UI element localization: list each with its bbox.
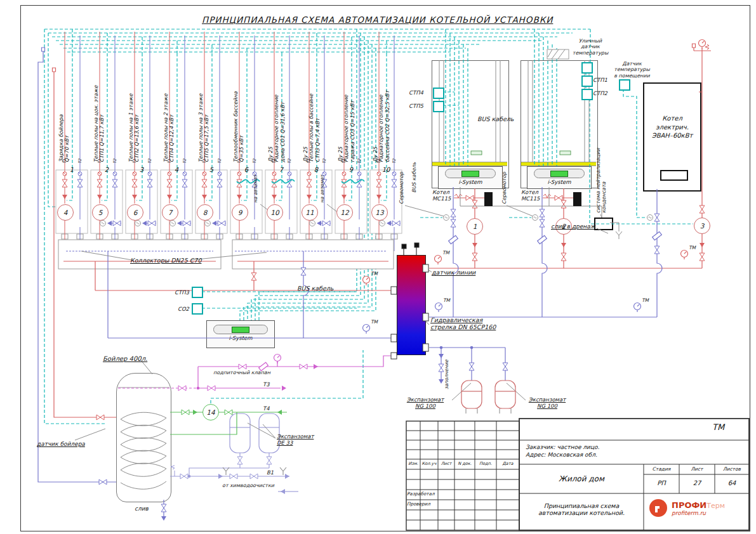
outdoor-sensor-label: Уличныйдатчиктемпературы [564, 38, 617, 56]
controller-display [213, 325, 268, 334]
logo-text-term: Терм [706, 502, 725, 510]
tm-gauge-label: ТМ [642, 298, 649, 304]
stage-value: РП [644, 479, 679, 486]
t1-tick: Т1 [62, 159, 67, 164]
t2-tick: Т2 [147, 159, 152, 164]
tank-label: Бойлер 400л. [103, 355, 147, 363]
pump-badge: 12 [336, 204, 353, 221]
servo-label: Сервомотор [501, 172, 507, 204]
neutralization-label: система нейтрализацииконденсата [595, 148, 607, 213]
circuit-label: Теплые полы на 1 этажеСТП2 Q=13,6 кВт [128, 94, 140, 162]
collectors-label: Коллекторы DN25 С70 [130, 257, 201, 264]
electric-boiler-label: Котел электрич. ЭВАН–60кВт [644, 114, 700, 140]
t1-tick: Т1 [376, 159, 381, 164]
stp5-label: СТП5 [409, 103, 423, 109]
boiler1-controller: i-System [438, 166, 503, 189]
circuit-label: Теплые полы на цок. этажеСТП1 Q=11,7 кВт [93, 86, 105, 162]
sheets-header: Листов [715, 466, 749, 472]
t1-tick: Т1 [272, 159, 276, 164]
b1-label: В1 [267, 469, 274, 476]
circuit-number: 2 [100, 166, 114, 173]
controller-screen [461, 171, 479, 177]
logo-text-profi: ПРОФИ [672, 500, 706, 510]
boiler1-trim [432, 162, 507, 166]
drain-label: слив [135, 505, 149, 512]
pump-badge: 10 [267, 204, 283, 221]
exp-ng100-label: ЭкспанзоматNG 100 [522, 396, 573, 409]
circuit-number: 4 [169, 166, 183, 173]
t2-tick: Т2 [217, 159, 222, 164]
t2-tick: Т2 [77, 159, 82, 164]
pump-badge: 5 [92, 204, 109, 221]
circuit-label: Зарядка бойлераQ=70 кВт [58, 115, 70, 162]
tm-gauge-label: ТМ [443, 298, 450, 304]
terminal-box-stp4 [433, 88, 444, 99]
na-avtomat-label: на автомат [253, 175, 259, 203]
electric-boiler-display [660, 170, 688, 181]
tm-gauge-label: ТМ [442, 251, 449, 256]
chem-label: от химводоочистки [222, 483, 274, 488]
co2-label: СО2 [169, 306, 189, 312]
line-sensor-label: датчик линии [432, 269, 475, 276]
t1-tick: Т1 [167, 159, 171, 164]
pump-badge: 9 [232, 204, 248, 221]
boiler2-trim [521, 162, 596, 166]
pump-badge: 4 [57, 204, 74, 221]
electric-boiler-pump: 3 [694, 218, 710, 234]
circuit-number: 6 [239, 166, 253, 173]
pump-badge: 7 [162, 204, 178, 221]
t4-label: Т4 [263, 405, 270, 412]
exp-ng100-label: ЭкспанзоматNG 100 [400, 396, 451, 409]
t1-tick: Т1 [342, 159, 346, 164]
circuit-number: 1 [65, 166, 79, 173]
logo: ПРОФИТерм profiterm.ru [649, 498, 748, 518]
tank-sensor-label: датчик бойлера [37, 441, 85, 448]
terminal-box-stp1 [581, 75, 593, 87]
makeup-valve-label: подпиточный клапан [213, 370, 270, 375]
col-podp: Подп. [475, 461, 496, 466]
controller-label: i-System [527, 179, 591, 185]
terminal-box [581, 62, 593, 74]
exp-de33-label: ЭкспанзоматDE 33 [277, 433, 314, 446]
servo-label: Сервомотор [399, 172, 404, 204]
tm-gauge-label: ТМ [371, 320, 378, 325]
col-list: Лист [438, 461, 454, 466]
col-ndok: N док. [454, 461, 475, 466]
t1-tick: Т1 [132, 159, 136, 164]
pump-badge: 13 [371, 204, 388, 221]
bus-cable-label: BUS кабель [477, 115, 514, 122]
profiterm-logo-icon [649, 498, 668, 518]
circuit-number: 10 [379, 166, 393, 173]
terminal-box-room [619, 79, 630, 91]
circuit-number: 9 [344, 166, 358, 173]
t2-tick: Т2 [112, 159, 117, 164]
t2-tick: Т2 [182, 159, 187, 164]
stp3-label: СТП3 [169, 289, 189, 296]
controller-label: i-System [439, 179, 502, 185]
terminal-box-stp2 [581, 89, 593, 100]
tm-gauge-label: ТМ [689, 245, 696, 251]
fill-label: заполнение [444, 360, 450, 389]
developed-label: Разработал [407, 491, 435, 497]
t1-tick: Т1 [202, 159, 206, 164]
tank-coil [117, 374, 171, 502]
neutralizer-box [594, 218, 613, 230]
schematic-drawing: i-System i-System i-System Котел электри… [0, 0, 756, 534]
object-name: Жилой дом [519, 474, 644, 483]
dhw-tank [116, 373, 171, 502]
pump-badge: 6 [127, 204, 143, 221]
controller-display [445, 169, 496, 178]
boiler2-controller: i-System [527, 166, 592, 189]
sheet-header: Лист [679, 466, 715, 472]
sheets-value: 64 [715, 479, 749, 486]
boiler1-label: КотелMC115 [432, 189, 451, 202]
boiler2-label: КотелMC115 [521, 189, 540, 202]
t1-tick: Т1 [237, 159, 241, 164]
circuit-label: Ду 25Теплые полы в бассейнеСТП3 Q=7,4 кВ… [303, 94, 321, 162]
controller-screen [550, 171, 568, 177]
customer: Заказчик: частное лицо. [526, 444, 599, 450]
t1-tick: Т1 [307, 159, 311, 164]
circuit-label: Теплые полы на 2 этажеСТП4 Q=12,4 кВт [163, 94, 175, 162]
circuit-label: Ду 25Радиаторное отоплениедома СО1 Q=31,… [268, 95, 286, 162]
circuit-label: Теплые полы на 3 этажеСТП5 Q=17,5 кВт [198, 94, 210, 162]
